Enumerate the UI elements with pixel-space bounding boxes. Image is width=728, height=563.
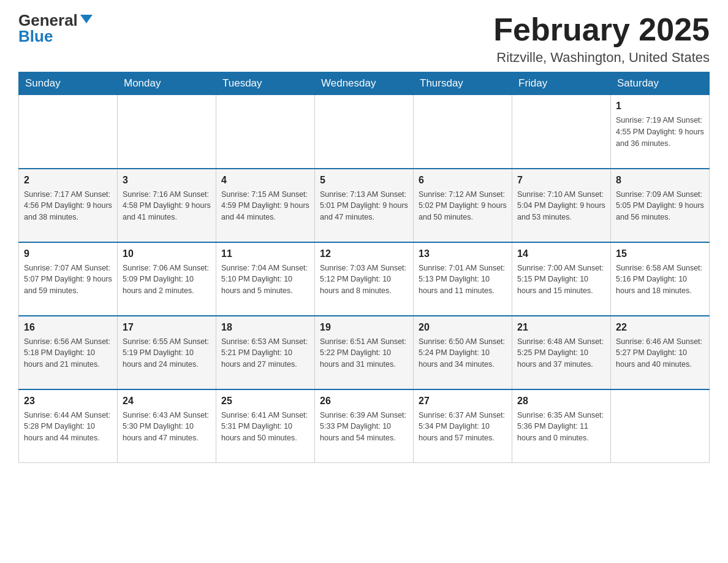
day-info: Sunrise: 6:50 AM Sunset: 5:24 PM Dayligh… — [419, 336, 507, 370]
day-info: Sunrise: 6:41 AM Sunset: 5:31 PM Dayligh… — [221, 410, 309, 444]
calendar-day-cell — [216, 95, 315, 169]
day-number: 7 — [517, 173, 605, 188]
day-info: Sunrise: 7:10 AM Sunset: 5:04 PM Dayligh… — [517, 189, 605, 223]
calendar-day-cell: 27Sunrise: 6:37 AM Sunset: 5:34 PM Dayli… — [414, 389, 512, 463]
day-info: Sunrise: 7:07 AM Sunset: 5:07 PM Dayligh… — [24, 262, 112, 297]
calendar-day-cell — [19, 95, 118, 169]
day-number: 4 — [221, 173, 309, 188]
day-number: 9 — [24, 247, 112, 261]
day-info: Sunrise: 6:56 AM Sunset: 5:18 PM Dayligh… — [24, 336, 112, 370]
day-number: 15 — [616, 247, 704, 261]
day-number: 17 — [123, 320, 211, 335]
day-info: Sunrise: 6:51 AM Sunset: 5:22 PM Dayligh… — [320, 336, 408, 370]
calendar-day-cell: 1Sunrise: 7:19 AM Sunset: 4:55 PM Daylig… — [611, 95, 710, 169]
day-info: Sunrise: 7:03 AM Sunset: 5:12 PM Dayligh… — [320, 262, 408, 297]
calendar-day-cell: 9Sunrise: 7:07 AM Sunset: 5:07 PM Daylig… — [19, 242, 118, 316]
day-info: Sunrise: 7:09 AM Sunset: 5:05 PM Dayligh… — [616, 189, 704, 223]
day-number: 5 — [320, 173, 408, 188]
day-info: Sunrise: 6:58 AM Sunset: 5:16 PM Dayligh… — [616, 262, 704, 297]
calendar-day-cell: 5Sunrise: 7:13 AM Sunset: 5:01 PM Daylig… — [315, 169, 414, 242]
day-info: Sunrise: 7:16 AM Sunset: 4:58 PM Dayligh… — [123, 189, 211, 223]
calendar-day-cell: 8Sunrise: 7:09 AM Sunset: 5:05 PM Daylig… — [611, 169, 710, 242]
logo: General Blue — [18, 12, 93, 44]
calendar-week-row: 1Sunrise: 7:19 AM Sunset: 4:55 PM Daylig… — [19, 95, 710, 169]
calendar-day-cell: 22Sunrise: 6:46 AM Sunset: 5:27 PM Dayli… — [611, 316, 710, 389]
day-number: 16 — [24, 320, 112, 335]
day-info: Sunrise: 6:48 AM Sunset: 5:25 PM Dayligh… — [517, 336, 605, 370]
day-number: 11 — [221, 247, 309, 261]
calendar-table: SundayMondayTuesdayWednesdayThursdayFrid… — [18, 72, 710, 463]
day-number: 10 — [123, 247, 211, 261]
logo-general-text: General — [18, 12, 78, 28]
day-number: 2 — [24, 173, 112, 188]
calendar-day-cell — [414, 95, 512, 169]
day-number: 26 — [320, 394, 408, 408]
calendar-day-cell: 13Sunrise: 7:01 AM Sunset: 5:13 PM Dayli… — [414, 242, 512, 316]
calendar-day-cell: 11Sunrise: 7:04 AM Sunset: 5:10 PM Dayli… — [216, 242, 315, 316]
day-number: 8 — [616, 173, 704, 188]
logo-triangle-icon — [80, 15, 93, 23]
calendar-day-cell: 25Sunrise: 6:41 AM Sunset: 5:31 PM Dayli… — [216, 389, 315, 463]
calendar-day-cell — [512, 95, 611, 169]
day-number: 6 — [419, 173, 507, 188]
calendar-day-cell: 17Sunrise: 6:55 AM Sunset: 5:19 PM Dayli… — [118, 316, 216, 389]
calendar-day-cell: 23Sunrise: 6:44 AM Sunset: 5:28 PM Dayli… — [19, 389, 118, 463]
calendar-weekday-header: Wednesday — [315, 72, 414, 95]
day-number: 22 — [616, 320, 704, 335]
day-number: 19 — [320, 320, 408, 335]
calendar-weekday-header: Tuesday — [216, 72, 315, 95]
day-number: 13 — [419, 247, 507, 261]
day-info: Sunrise: 6:43 AM Sunset: 5:30 PM Dayligh… — [123, 410, 211, 444]
page-header: General Blue February 2025 Ritzville, Wa… — [18, 12, 710, 66]
calendar-day-cell: 20Sunrise: 6:50 AM Sunset: 5:24 PM Dayli… — [414, 316, 512, 389]
calendar-day-cell: 28Sunrise: 6:35 AM Sunset: 5:36 PM Dayli… — [512, 389, 611, 463]
calendar-day-cell: 12Sunrise: 7:03 AM Sunset: 5:12 PM Dayli… — [315, 242, 414, 316]
calendar-day-cell: 21Sunrise: 6:48 AM Sunset: 5:25 PM Dayli… — [512, 316, 611, 389]
calendar-day-cell: 6Sunrise: 7:12 AM Sunset: 5:02 PM Daylig… — [414, 169, 512, 242]
day-info: Sunrise: 6:37 AM Sunset: 5:34 PM Dayligh… — [419, 410, 507, 444]
calendar-day-cell: 15Sunrise: 6:58 AM Sunset: 5:16 PM Dayli… — [611, 242, 710, 316]
calendar-day-cell — [315, 95, 414, 169]
day-number: 12 — [320, 247, 408, 261]
logo-blue-text: Blue — [18, 28, 53, 44]
day-number: 20 — [419, 320, 507, 335]
calendar-day-cell: 16Sunrise: 6:56 AM Sunset: 5:18 PM Dayli… — [19, 316, 118, 389]
calendar-week-row: 16Sunrise: 6:56 AM Sunset: 5:18 PM Dayli… — [19, 316, 710, 389]
day-info: Sunrise: 6:46 AM Sunset: 5:27 PM Dayligh… — [616, 336, 704, 370]
day-info: Sunrise: 7:15 AM Sunset: 4:59 PM Dayligh… — [221, 189, 309, 223]
title-block: February 2025 Ritzville, Washington, Uni… — [493, 12, 710, 66]
calendar-day-cell: 26Sunrise: 6:39 AM Sunset: 5:33 PM Dayli… — [315, 389, 414, 463]
calendar-day-cell — [118, 95, 216, 169]
calendar-subtitle: Ritzville, Washington, United States — [493, 50, 710, 66]
day-number: 28 — [517, 394, 605, 408]
day-number: 3 — [123, 173, 211, 188]
calendar-header-row: SundayMondayTuesdayWednesdayThursdayFrid… — [19, 72, 710, 95]
calendar-day-cell: 2Sunrise: 7:17 AM Sunset: 4:56 PM Daylig… — [19, 169, 118, 242]
calendar-day-cell: 24Sunrise: 6:43 AM Sunset: 5:30 PM Dayli… — [118, 389, 216, 463]
day-info: Sunrise: 7:19 AM Sunset: 4:55 PM Dayligh… — [616, 115, 704, 149]
day-info: Sunrise: 6:39 AM Sunset: 5:33 PM Dayligh… — [320, 410, 408, 444]
calendar-day-cell: 3Sunrise: 7:16 AM Sunset: 4:58 PM Daylig… — [118, 169, 216, 242]
calendar-weekday-header: Sunday — [19, 72, 118, 95]
calendar-day-cell: 7Sunrise: 7:10 AM Sunset: 5:04 PM Daylig… — [512, 169, 611, 242]
day-number: 23 — [24, 394, 112, 408]
day-info: Sunrise: 7:00 AM Sunset: 5:15 PM Dayligh… — [517, 262, 605, 297]
day-info: Sunrise: 6:35 AM Sunset: 5:36 PM Dayligh… — [517, 410, 605, 444]
calendar-day-cell: 18Sunrise: 6:53 AM Sunset: 5:21 PM Dayli… — [216, 316, 315, 389]
calendar-week-row: 2Sunrise: 7:17 AM Sunset: 4:56 PM Daylig… — [19, 169, 710, 242]
day-number: 27 — [419, 394, 507, 408]
calendar-day-cell: 4Sunrise: 7:15 AM Sunset: 4:59 PM Daylig… — [216, 169, 315, 242]
calendar-weekday-header: Thursday — [414, 72, 512, 95]
day-info: Sunrise: 6:53 AM Sunset: 5:21 PM Dayligh… — [221, 336, 309, 370]
day-number: 24 — [123, 394, 211, 408]
day-info: Sunrise: 7:01 AM Sunset: 5:13 PM Dayligh… — [419, 262, 507, 297]
day-info: Sunrise: 7:13 AM Sunset: 5:01 PM Dayligh… — [320, 189, 408, 223]
day-info: Sunrise: 7:17 AM Sunset: 4:56 PM Dayligh… — [24, 189, 112, 223]
day-number: 1 — [616, 99, 704, 113]
calendar-weekday-header: Friday — [512, 72, 611, 95]
day-number: 25 — [221, 394, 309, 408]
calendar-day-cell: 14Sunrise: 7:00 AM Sunset: 5:15 PM Dayli… — [512, 242, 611, 316]
day-info: Sunrise: 6:55 AM Sunset: 5:19 PM Dayligh… — [123, 336, 211, 370]
calendar-weekday-header: Saturday — [611, 72, 710, 95]
day-info: Sunrise: 7:12 AM Sunset: 5:02 PM Dayligh… — [419, 189, 507, 223]
